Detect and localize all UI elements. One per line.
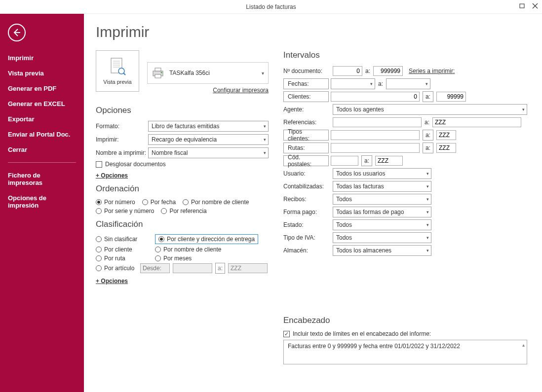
clas-articulo[interactable]: Por artículo: [96, 265, 137, 272]
ref-to-input[interactable]: [432, 117, 521, 127]
desglosar-checkbox[interactable]: [96, 161, 102, 168]
forma-pago-select[interactable]: Todas las formas de pago▾: [333, 207, 431, 217]
window-title: Listado de facturas: [246, 3, 296, 10]
tipo-iva-select[interactable]: Todos▾: [333, 232, 431, 243]
rutas-to-input[interactable]: [436, 143, 456, 153]
clas-ruta[interactable]: Por ruta: [96, 255, 155, 262]
usuario-select[interactable]: Todos los usuarios▾: [333, 168, 431, 179]
estado-label: Estado:: [283, 221, 333, 228]
tipos-to-input[interactable]: [436, 130, 456, 140]
articulo-hasta-input[interactable]: [228, 263, 268, 273]
ordenacion-por-serie[interactable]: Por serie y número: [96, 208, 154, 214]
chevron-down-icon: ▾: [426, 210, 429, 214]
sidebar-item-opciones[interactable]: Opciones de impresión: [0, 190, 84, 213]
estado-select[interactable]: Todos▾: [333, 219, 431, 230]
ndoc-to-input[interactable]: [373, 66, 403, 76]
ndoc-label: Nº documento:: [283, 68, 333, 74]
a-button-tipos[interactable]: a:: [423, 130, 433, 141]
ndoc-from-input[interactable]: [333, 66, 362, 76]
sidebar-item-portal[interactable]: Enviar al Portal Doc.: [0, 127, 84, 142]
contabilizadas-select[interactable]: Todas las facturas▾: [333, 181, 431, 192]
configurar-impresora-link[interactable]: Configurar impresora: [213, 87, 269, 94]
a-button-rutas[interactable]: a:: [423, 143, 433, 153]
series-imprimir-link[interactable]: Series a imprimir:: [409, 68, 455, 74]
sidebar: Imprimir Vista previa Generar en PDF Gen…: [0, 14, 84, 392]
sidebar-item-excel[interactable]: Generar en EXCEL: [0, 96, 84, 111]
clientes-from-input[interactable]: [331, 92, 420, 102]
mas-opciones-link-2[interactable]: + Opciones: [96, 278, 128, 285]
printer-select[interactable]: TASKalfa 356ci ▾: [147, 62, 269, 84]
almacen-label: Almacén:: [283, 247, 333, 254]
a-button-cod[interactable]: a:: [361, 155, 372, 166]
sidebar-divider: [8, 162, 76, 163]
chevron-down-icon: ▾: [264, 137, 266, 142]
fecha-from-input[interactable]: ▾: [331, 78, 375, 89]
maximize-icon[interactable]: [518, 2, 526, 10]
sidebar-item-pdf[interactable]: Generar en PDF: [0, 81, 84, 96]
recibos-select[interactable]: Todos▾: [333, 194, 431, 205]
ref-from-input[interactable]: [333, 117, 422, 127]
vista-previa-tile[interactable]: Vista previa: [96, 50, 139, 92]
sidebar-item-cerrar[interactable]: Cerrar: [0, 142, 84, 157]
sidebar-item-imprimir[interactable]: Imprimir: [0, 50, 84, 66]
svg-point-14: [161, 72, 162, 73]
almacen-select[interactable]: Todos los almacenes▾: [333, 245, 431, 256]
chevron-down-icon: ▾: [426, 235, 429, 240]
agente-select[interactable]: Todos los agentes▾: [333, 104, 527, 115]
articulo-desde-input[interactable]: [140, 263, 170, 273]
articulo-desde-value[interactable]: [173, 263, 212, 273]
tipo-iva-label: Tipo de IVA:: [283, 234, 333, 241]
encabezado-textarea[interactable]: Facturas entre 0 y 999999 y fecha entre …: [283, 340, 527, 364]
tipos-clientes-button[interactable]: Tipos clientes:: [283, 130, 329, 141]
clas-cliente-direccion[interactable]: Por cliente y dirección de entrega: [158, 236, 255, 243]
recibos-label: Recibos:: [283, 196, 333, 203]
cod-to-input[interactable]: [375, 156, 403, 166]
clas-meses[interactable]: Por meses: [155, 255, 269, 262]
sidebar-item-impresoras[interactable]: Fichero de impresoras: [0, 168, 84, 190]
clas-sin[interactable]: Sin clasificar: [96, 236, 155, 243]
contabilizadas-label: Contabilizadas:: [283, 183, 333, 190]
ordenacion-por-nombre[interactable]: Por nombre de cliente: [183, 199, 249, 206]
incluir-limites-label: Incluir texto de límites en el encabezad…: [293, 330, 431, 337]
close-icon[interactable]: [531, 2, 539, 10]
ordenacion-por-numero[interactable]: Por número: [96, 199, 135, 206]
usuario-label: Usuario:: [283, 170, 333, 177]
cod-postales-button[interactable]: Cód. postales:: [283, 155, 329, 166]
imprimir-select[interactable]: Recargo de equivalencia▾: [148, 134, 269, 145]
clas-cliente[interactable]: Por cliente: [96, 246, 155, 253]
clas-nombre[interactable]: Por nombre de cliente: [155, 246, 269, 253]
encabezado-heading: Encabezado: [283, 316, 527, 325]
chevron-down-icon: ▾: [426, 222, 429, 227]
rutas-from-input[interactable]: [331, 143, 420, 153]
chevron-down-icon: ▾: [264, 150, 266, 155]
chevron-down-icon: ▾: [262, 71, 264, 76]
fechas-button[interactable]: Fechas:: [283, 78, 329, 89]
nombre-imprimir-select[interactable]: Nombre fiscal▾: [148, 147, 269, 158]
sidebar-item-exportar[interactable]: Exportar: [0, 111, 84, 127]
forma-pago-label: Forma pago:: [283, 209, 333, 215]
a-button-clientes[interactable]: a:: [423, 91, 433, 102]
cod-from-input[interactable]: [331, 156, 358, 166]
tipos-from-input[interactable]: [331, 130, 420, 140]
rutas-button[interactable]: Rutas:: [283, 143, 329, 153]
clasificacion-heading: Clasificación: [96, 219, 269, 229]
scroll-up-icon[interactable]: ▴: [522, 342, 525, 348]
ordenacion-por-referencia[interactable]: Por referencia: [161, 208, 206, 214]
ordenacion-por-fecha[interactable]: Por fecha: [142, 199, 176, 206]
title-bar: Listado de facturas: [0, 0, 542, 14]
imprimir-label: Imprimir:: [96, 136, 148, 143]
chevron-down-icon: ▾: [264, 124, 266, 129]
formato-label: Formato:: [96, 123, 148, 130]
formato-select[interactable]: Libro de facturas emitidas▾: [148, 121, 269, 132]
mas-opciones-link-1[interactable]: + Opciones: [96, 172, 128, 179]
sidebar-item-vista-previa[interactable]: Vista previa: [0, 66, 84, 81]
chevron-down-icon: ▾: [522, 107, 525, 112]
fecha-to-input[interactable]: ▾: [386, 78, 430, 89]
clientes-button[interactable]: Clientes:: [283, 91, 329, 102]
incluir-limites-checkbox[interactable]: [283, 331, 290, 337]
back-button[interactable]: [8, 24, 26, 41]
clientes-to-input[interactable]: [436, 92, 466, 102]
chevron-down-icon: ▾: [370, 81, 373, 86]
printer-icon: [152, 67, 164, 79]
chevron-down-icon: ▾: [426, 81, 428, 86]
